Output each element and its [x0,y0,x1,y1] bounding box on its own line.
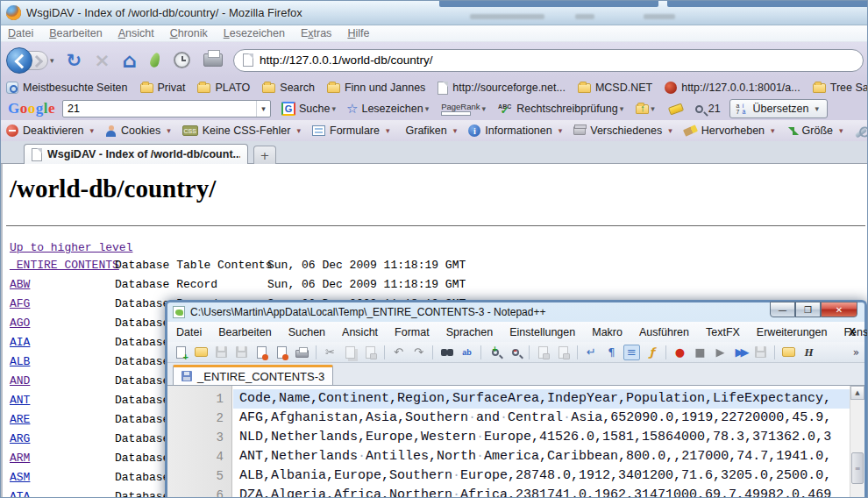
npp-menu-Ausführen[interactable]: Ausführen [639,326,689,338]
print-icon[interactable] [294,345,310,360]
show-all-chars-icon[interactable]: ¶ [603,345,620,360]
spellcheck-dropdown-icon[interactable]: ▾ [620,104,624,113]
dir-link[interactable]: ASM [10,471,30,484]
zoom-out-icon[interactable] [507,345,523,360]
bookmark-item[interactable]: http://sourceforge.net... [438,82,566,95]
run-macro-multi-icon[interactable]: ▶▶ [732,345,749,360]
webdev-wrench[interactable]: Extras▾ [855,125,868,137]
doc-sync-1-icon[interactable] [535,345,551,360]
home-icon[interactable]: ⌂ [123,52,137,69]
dir-link[interactable]: AFG [10,297,30,310]
folder-dropdown-icon[interactable]: ▾ [651,104,655,113]
bookmarks-dropdown-icon[interactable]: ▾ [425,104,430,113]
bookmark-item[interactable]: MCSD.NET [578,82,652,94]
npp-menu-Suchen[interactable]: Suchen [288,326,325,338]
dir-link[interactable]: ANT [10,394,30,407]
bookmark-item[interactable]: Tree Samples [813,82,868,94]
open-folder-icon[interactable] [193,345,210,360]
google-g-icon[interactable]: G [281,102,295,116]
reload-icon[interactable]: ↻ [67,50,82,71]
webdev-resize[interactable]: Größe▾ [786,125,845,137]
npp-menu-Makro[interactable]: Makro [592,326,623,338]
print-icon[interactable] [203,53,223,67]
dir-link[interactable]: _ENTIRE_CONTENTS [10,259,119,272]
history-dropdown-icon[interactable]: ▾ [50,56,54,65]
paste-icon[interactable] [362,345,379,360]
close-all-icon[interactable] [274,345,290,360]
npp-menu-Ansicht[interactable]: Ansicht [342,326,378,338]
new-tab-button[interactable]: + [253,146,276,164]
word-wrap-icon[interactable]: ↵ [583,345,600,360]
menu-hilfe[interactable]: Hilfe [347,27,369,39]
greasemonkey-leaf-icon[interactable] [149,52,162,68]
url-input[interactable] [260,53,854,67]
up-to-higher-level-link[interactable]: Up to higher level [10,241,132,254]
undo-icon[interactable]: ↶ [390,345,407,360]
replace-icon[interactable]: ab [459,345,475,360]
npp-menu-Datei[interactable]: Datei [176,326,202,338]
webdev-css[interactable]: CSSKeine CSS-Fehler▾ [182,125,302,137]
dir-link[interactable]: AND [10,374,30,388]
menu-datei[interactable]: Datei [8,27,33,39]
minimize-button[interactable]: — [770,302,795,317]
menu-ansicht[interactable]: Ansicht [118,27,154,39]
dir-link[interactable]: ALB [10,355,30,368]
bookmark-item[interactable]: Meistbesuchte Seiten [6,82,128,94]
google-search-box[interactable]: ▾ [62,100,271,117]
restore-button[interactable]: ❐ [795,302,821,317]
menu-bearbeiten[interactable]: Bearbeiten [49,27,102,39]
pagerank-dropdown-icon[interactable]: ▾ [482,104,487,113]
bookmarks-star-icon[interactable]: ☆ [346,101,358,117]
dir-link[interactable]: ATA [10,490,30,498]
google-search-dropdown-icon[interactable]: ▾ [256,101,270,117]
save-all-icon[interactable] [233,345,250,360]
highlighter-icon[interactable] [668,103,684,115]
npp-menu-Sprachen[interactable]: Sprachen [446,326,494,338]
bookmark-item[interactable]: Search [262,82,315,94]
webdev-person[interactable]: Cookies▾ [105,125,173,137]
bookmark-item[interactable]: Privat [140,82,186,94]
npp-menu-Format[interactable]: Format [395,326,430,338]
document-tab[interactable]: _ENTIRE_CONTENTS-3 [173,365,333,385]
editor-area[interactable]: ▲ ≡ 1Code,Name,Continent,Region,SurfaceA… [167,386,864,498]
dir-link[interactable]: ARE [10,413,30,426]
dir-link[interactable]: ARG [10,432,30,445]
cut-icon[interactable]: ✂ [322,345,338,360]
toolbar-overflow-icon[interactable]: » [853,346,859,359]
webdev-form[interactable]: Formulare▾ [312,125,392,137]
npp-menu-TextFX[interactable]: TextFX [706,326,740,338]
word-find-magnifier-icon[interactable] [695,105,703,113]
close-button[interactable]: ✕ [821,302,857,317]
save-icon[interactable] [213,345,230,360]
bookmark-item[interactable]: Finn und Jannes [327,82,425,94]
save-macro-icon[interactable] [752,345,769,360]
url-bar[interactable] [233,49,864,72]
translate-button[interactable]: aí7ä Übersetzen ▾ [729,99,828,118]
find-icon[interactable] [438,345,455,360]
back-button-icon[interactable] [6,47,32,74]
dir-link[interactable]: AGO [10,317,30,330]
redo-icon[interactable]: ↷ [410,345,427,360]
dir-link[interactable]: ARM [10,452,30,465]
menu-extras[interactable]: Extras [301,27,331,39]
line-numbers-icon[interactable]: ≡ [623,345,640,360]
spellcheck-button[interactable]: Rechtschreibprüfung [516,103,617,115]
npp-menu-Einstellungen[interactable]: Einstellungen [509,326,575,338]
stop-macro-icon[interactable]: ■ [692,345,708,360]
menu-lesezeichen[interactable]: Lesezeichen [224,27,285,39]
webdev-image[interactable]: Grafiken▾ [402,125,459,137]
bookmark-item[interactable]: http://127.0.0.1:8001/a... [665,82,800,94]
webdev-disable[interactable]: Deaktivieren▾ [6,125,96,137]
spellcheck-abc-icon[interactable]: ABC ✓ [498,103,511,114]
new-file-icon[interactable] [173,345,189,360]
webdev-brush[interactable]: Hervorheben▾ [684,125,777,137]
search-dropdown-icon[interactable]: ▾ [331,104,336,113]
google-bookmarks-button[interactable]: Lesezeichen [361,103,423,115]
close-doc-icon[interactable] [253,345,270,360]
folder-as-workspace-icon[interactable] [780,345,797,360]
dir-link[interactable]: ABW [10,278,30,291]
google-search-button[interactable]: Suche [299,103,330,115]
html-view-icon[interactable]: H [800,345,817,360]
zoom-in-icon[interactable] [487,345,503,360]
webdev-info[interactable]: iInformationen▾ [468,125,564,137]
